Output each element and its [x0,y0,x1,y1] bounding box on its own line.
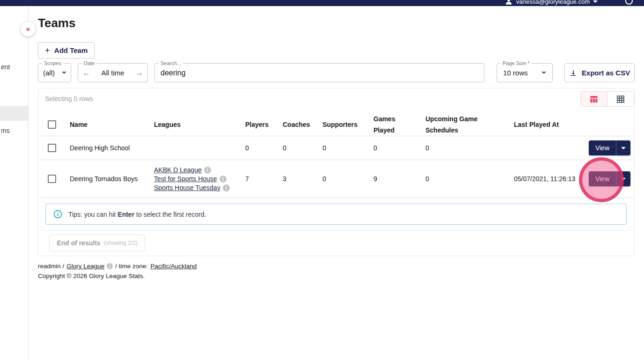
column-header-upcoming: Upcoming Game Schedules [425,113,487,136]
view-button[interactable]: View [589,140,616,155]
app-root: vanessa@gloryleague.com ent ms « Teams +… [0,0,644,360]
table-row: Deering High School 0 0 0 0 0 View [38,136,634,160]
export-csv-label: Export as CSV [582,69,630,77]
league-link[interactable]: Test for Sports House [154,175,217,183]
download-icon [569,69,578,77]
column-header-games-played: Games Played [373,113,402,136]
view-dropdown-button[interactable] [616,171,630,186]
info-icon[interactable]: i [204,167,211,174]
collapse-icon: « [26,25,30,33]
team-name: Deering High School [70,144,154,152]
column-header-coaches: Coaches [283,119,322,130]
chevron-down-icon [62,72,66,74]
scopes-value: (all) [43,69,55,77]
arrow-left-icon: ← [82,68,90,77]
sidebar-item-partial-2[interactable]: ms [1,127,10,134]
avatar-icon [505,0,513,6]
grid-view-button[interactable] [607,92,634,106]
games-played-count: 0 [373,144,425,152]
footer-user: readmin / [38,263,64,270]
sidebar-item-active[interactable] [0,106,28,121]
view-toggle-group [580,91,634,107]
arrow-right-icon: → [135,68,143,77]
results-count: (showing 2/2) [104,240,138,246]
teams-table-card: Selecting 0 rows Name Leagues Players Co… [38,88,635,256]
upcoming-count: 0 [425,175,514,183]
table-header-row: Name Leagues Players Coaches Supporters … [38,113,634,136]
search-field: Search... [154,63,484,82]
chevron-down-icon [621,147,626,149]
end-of-results-label: End of results [57,239,100,247]
selection-status: Selecting 0 rows [45,95,93,103]
copyright: Copyright © 2026 Glory League Stats. [38,272,145,279]
column-header-players: Players [245,119,283,130]
table-view-icon [589,95,599,104]
info-glyph: i [110,264,111,269]
date-filter: Date ← All time → [78,63,148,82]
search-label: Search... [159,60,183,66]
table-row: Deering Tornados Boys AKBK D League i Te… [38,160,634,198]
info-glyph: i [207,168,208,173]
date-label: Date [82,60,96,66]
column-header-leagues: Leagues [154,119,245,130]
games-played-count: 9 [373,175,425,183]
info-icon[interactable]: i [223,184,230,191]
date-value[interactable]: All time [90,69,135,77]
sidebar-collapse-button[interactable]: « [21,22,36,37]
page-size-select[interactable]: Page Size * 10 rows [497,63,553,82]
last-played-at: 05/07/2021, 11:26:13 [514,175,581,183]
add-team-label: Add Team [54,46,88,54]
column-header-name: Name [70,119,154,130]
info-icon [53,210,62,219]
glory-league-link[interactable]: Glory League [66,263,104,270]
date-prev-button[interactable]: ← [82,69,90,77]
team-leagues: AKBK D League i Test for Sports House i … [154,166,240,191]
view-split-button: View [589,171,630,186]
table-view-button[interactable] [581,92,607,106]
scopes-label: Scopes [42,60,63,66]
info-glyph: i [222,176,224,182]
page-size-label: Page Size * [501,60,531,66]
info-icon[interactable]: i [220,176,227,183]
players-count: 7 [245,175,283,183]
supporters-count: 0 [322,175,373,183]
add-team-button[interactable]: + Add Team [38,42,95,59]
footer-timezone-label: / time zone: [115,263,148,270]
row-checkbox[interactable] [48,175,56,183]
view-split-button: View [589,140,630,155]
tips-text: Tips: you can hit Enter to select the fi… [68,211,206,218]
date-next-button[interactable]: → [135,69,143,77]
upcoming-count: 0 [425,144,514,152]
league-link[interactable]: AKBK D League [154,166,202,174]
coaches-count: 0 [283,144,322,152]
main-content: Teams + Add Team Scopes (all) Date ← All… [0,0,644,360]
sidebar: ent ms [0,6,29,360]
select-all-checkbox[interactable] [48,120,56,129]
page-size-value: 10 rows [503,69,528,77]
sidebar-item-partial-1[interactable]: ent [1,63,10,71]
timezone-link[interactable]: Pacific/Auckland [150,263,197,270]
grid-view-icon [616,95,625,104]
supporters-count: 0 [322,144,373,152]
page-title: Teams [38,16,75,30]
view-button[interactable]: View [589,171,616,186]
user-menu[interactable]: vanessa@gloryleague.com [505,0,598,6]
divider [38,230,634,230]
search-input[interactable] [161,69,478,77]
chevron-down-icon [593,0,598,3]
export-csv-button[interactable]: Export as CSV [564,63,635,82]
view-dropdown-button[interactable] [616,140,630,155]
info-icon[interactable]: i [107,263,113,269]
league-link[interactable]: Sports House Tuesday [154,184,220,191]
scopes-select[interactable]: Scopes (all) [38,63,71,82]
clock-icon[interactable] [625,0,633,5]
top-bar: vanessa@gloryleague.com [0,0,644,6]
end-of-results: End of results (showing 2/2) [49,235,145,251]
row-checkbox[interactable] [48,144,56,152]
chevron-down-icon [621,178,626,180]
team-name: Deering Tornados Boys [70,175,154,183]
coaches-count: 3 [283,175,322,183]
info-glyph: i [226,185,227,191]
plus-icon: + [45,46,50,55]
players-count: 0 [245,144,283,152]
